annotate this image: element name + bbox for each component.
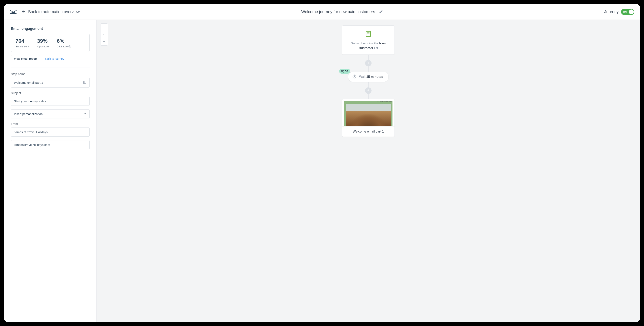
badge-count: 39 — [345, 70, 348, 73]
select-value: Insert personalization — [14, 112, 43, 116]
wait-node[interactable]: Wait 15 minutes — [348, 72, 388, 82]
preview-no-images-text: No images? Click here — [378, 100, 392, 102]
svg-marker-1 — [10, 10, 17, 13]
back-to-journey-link[interactable]: Back to journey — [45, 57, 64, 60]
from-email-input[interactable]: james@travelholidays.com — [11, 140, 90, 149]
stat-emails-sent: 764 Emails sent — [16, 38, 29, 48]
engagement-stats-card: 764 Emails sent 39% Open rate 6% Click r… — [11, 34, 90, 52]
people-icon — [341, 70, 344, 73]
email-node[interactable]: No images? Click here Welcome email part… — [342, 99, 395, 137]
journey-canvas[interactable]: Subscriber joins the New Customer list +… — [97, 20, 640, 322]
from-label: From — [11, 122, 90, 125]
toggle-knob — [629, 10, 634, 14]
add-step-button[interactable]: + — [365, 87, 372, 94]
stat-value: 764 — [16, 38, 29, 44]
input-value: Start your journey today — [14, 99, 46, 103]
brand-logo-icon — [10, 10, 17, 14]
subject-label: Subject — [11, 91, 90, 95]
view-email-report-button[interactable]: View email report — [11, 55, 40, 62]
clock-icon — [352, 74, 357, 79]
toggle-state-text: ON — [623, 11, 627, 13]
connector — [368, 55, 368, 60]
stat-label: Click rate — [57, 45, 71, 48]
sidebar-panel: Email engagement 764 Emails sent 39% Ope… — [4, 20, 97, 322]
journey-toggle[interactable]: ON — [621, 9, 634, 15]
zoom-in-button[interactable] — [100, 24, 108, 31]
sidebar-section-title: Email engagement — [11, 27, 90, 31]
journey-title: Welcome journey for new paid customers — [301, 10, 375, 14]
stat-value: 6% — [57, 38, 71, 44]
svg-marker-8 — [103, 34, 105, 35]
connector — [368, 94, 368, 99]
layout-icon — [83, 80, 86, 85]
stat-click-rate: 6% Click rate — [57, 38, 71, 48]
journey-toggle-group: Journey ON — [604, 9, 634, 15]
back-label: Back to automation overview — [28, 10, 80, 14]
top-bar: Back to automation overview Welcome jour… — [4, 4, 640, 20]
email-thumbnail: No images? Click here — [342, 99, 394, 126]
trigger-text: Subscriber joins the New Customer list — [346, 41, 390, 50]
input-value: Welcome email part 1 — [14, 81, 43, 84]
journey-flow: Subscriber joins the New Customer list +… — [342, 26, 395, 137]
add-step-button[interactable]: + — [365, 60, 372, 66]
app-window: Back to automation overview Welcome jour… — [4, 4, 640, 322]
svg-point-14 — [342, 70, 342, 71]
title-group: Welcome journey for new paid customers — [84, 10, 600, 14]
chevron-down-icon — [84, 112, 86, 116]
step-name-input[interactable]: Welcome email part 1 — [11, 78, 90, 88]
zoom-controls — [100, 23, 108, 46]
subject-input[interactable]: Start your journey today — [11, 97, 90, 106]
stat-open-rate: 39% Open rate — [37, 38, 49, 48]
insert-personalization-select[interactable]: Insert personalization — [11, 109, 90, 118]
input-value: James at Travel Holidays — [14, 130, 48, 134]
form-icon — [365, 31, 372, 38]
zoom-out-button[interactable] — [100, 38, 108, 45]
from-name-input[interactable]: James at Travel Holidays — [11, 127, 90, 136]
back-button[interactable]: Back to automation overview — [21, 9, 80, 15]
wait-text: Wait 15 minutes — [359, 75, 383, 79]
waiting-count-badge[interactable]: 39 — [339, 69, 350, 74]
trigger-node[interactable]: Subscriber joins the New Customer list — [342, 26, 395, 55]
stat-label: Emails sent — [16, 45, 29, 48]
stat-label: Open rate — [37, 45, 49, 48]
connector — [368, 66, 368, 72]
journey-toggle-label: Journey — [604, 10, 619, 14]
info-icon[interactable] — [68, 45, 71, 48]
stat-value: 39% — [37, 38, 49, 44]
input-value: james@travelholidays.com — [14, 143, 50, 146]
connector — [368, 82, 368, 87]
arrow-left-icon — [21, 9, 26, 15]
step-name-label: Step name — [11, 72, 90, 76]
email-node-caption: Welcome email part 1 — [342, 126, 394, 136]
divider — [11, 68, 90, 68]
edit-icon[interactable] — [379, 10, 383, 14]
zoom-reset-button[interactable] — [100, 31, 108, 38]
